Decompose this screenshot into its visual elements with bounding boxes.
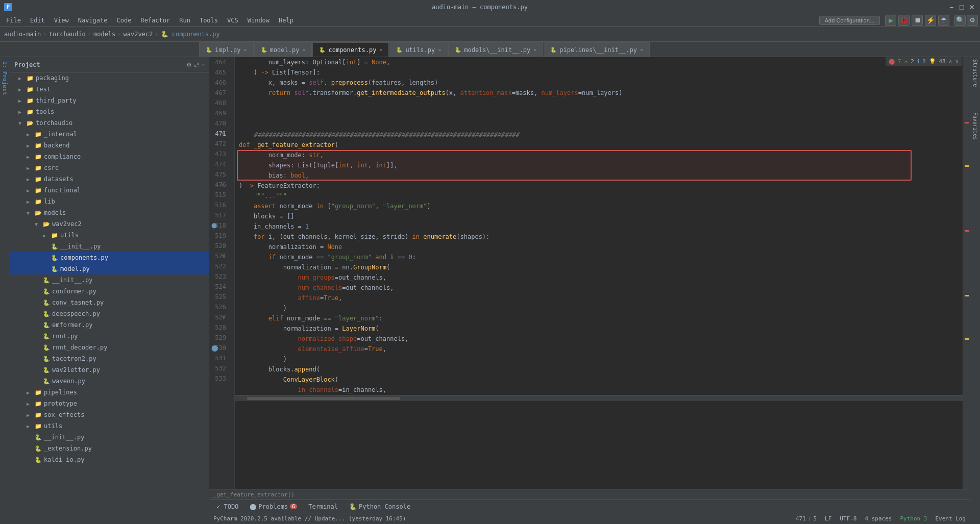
- code-line-522[interactable]: num_groups=out_channels,: [235, 272, 963, 283]
- menu-view[interactable]: View: [50, 16, 73, 25]
- menu-file[interactable]: File: [2, 16, 25, 25]
- search-everywhere-button[interactable]: 🔍: [954, 15, 966, 26]
- code-line-466[interactable]: x, masks = self._preprocess(features, le…: [235, 78, 963, 88]
- project-expand-button[interactable]: ⇄: [194, 61, 199, 68]
- event-log[interactable]: Event Log: [935, 515, 966, 522]
- tree-item-emformer[interactable]: ▶ 🐍 emformer.py: [10, 319, 209, 331]
- encoding[interactable]: UTF-8: [840, 515, 856, 522]
- tree-item-internal[interactable]: ▶ 📁 _internal: [10, 129, 209, 140]
- breadcrumb-file[interactable]: 🐍 components.py: [161, 31, 220, 38]
- code-line-523[interactable]: num_channels=out_channels,: [235, 283, 963, 293]
- profile-button[interactable]: ⚡: [925, 15, 936, 26]
- code-line-530[interactable]: ): [235, 354, 963, 364]
- code-line-475[interactable]: ) -> FeatureExtractor:: [235, 181, 963, 191]
- breadcrumb-torchaudio[interactable]: torchaudio: [48, 31, 85, 38]
- tree-item-components-py[interactable]: ▶ 🐍 components.py: [10, 252, 209, 263]
- code-line-515[interactable]: assert norm_mode in ["group_norm", "laye…: [235, 201, 963, 211]
- tree-item-utils-nested[interactable]: ▶ 📁 utils: [10, 230, 209, 241]
- code-line-468[interactable]: [235, 98, 963, 108]
- code-line-476[interactable]: """...""": [235, 191, 963, 201]
- tree-item-lib[interactable]: ▶ 📁 lib: [10, 196, 209, 207]
- code-line-521[interactable]: normalization = nn.GroupNorm(: [235, 262, 963, 272]
- run-button[interactable]: ▶: [885, 15, 896, 26]
- menu-code[interactable]: Code: [113, 16, 136, 25]
- code-line-474[interactable]: bias: bool,: [235, 170, 963, 181]
- code-line-516[interactable]: blocks = []: [235, 211, 963, 221]
- tree-item-init-models[interactable]: ▶ 🐍 __init__.py: [10, 275, 209, 286]
- tree-item-pipelines[interactable]: ▶ 📁 pipelines: [10, 387, 209, 398]
- right-scroll-gutter[interactable]: [963, 57, 970, 489]
- debug-button[interactable]: 🐞: [898, 15, 910, 26]
- tree-item-wav2letter[interactable]: ▶ 🐍 wav2letter.py: [10, 364, 209, 376]
- project-toggle[interactable]: 1: Project: [1, 59, 9, 97]
- line-separator[interactable]: LF: [825, 515, 831, 522]
- menu-tools[interactable]: Tools: [195, 16, 222, 25]
- h-scroll-thumb[interactable]: [247, 397, 400, 400]
- menu-help[interactable]: Help: [275, 16, 298, 25]
- tree-item-extension[interactable]: ▶ 🐍 _extension.py: [10, 443, 209, 454]
- menu-window[interactable]: Window: [243, 16, 274, 25]
- tree-item-compliance[interactable]: ▶ 📁 compliance: [10, 151, 209, 162]
- code-line-517[interactable]: in_channels = 1: [235, 221, 963, 232]
- menu-refactor[interactable]: Refactor: [136, 16, 174, 25]
- code-line-528[interactable]: normalized_shape=out_channels,: [235, 334, 963, 344]
- code-line-531[interactable]: blocks.append(: [235, 364, 963, 375]
- tree-item-kaldi-io[interactable]: ▶ 🐍 kaldi_io.py: [10, 454, 209, 465]
- stop-button[interactable]: ⏹: [912, 15, 923, 26]
- maximize-button[interactable]: □: [958, 3, 966, 11]
- tree-item-sox-effects[interactable]: ▶ 📁 sox_effects: [10, 409, 209, 420]
- coverage-button[interactable]: ☂: [938, 15, 949, 26]
- code-line-467[interactable]: return self.transformer.get_intermediate…: [235, 88, 963, 98]
- tree-item-tools[interactable]: ▶ 📁 tools: [10, 106, 209, 117]
- tab-utils[interactable]: 🐍 utils.py ✕: [389, 42, 448, 57]
- menu-run[interactable]: Run: [175, 16, 194, 25]
- tab-models-init-close[interactable]: ✕: [533, 47, 536, 53]
- tree-item-init-wav2vec2[interactable]: ▶ 🐍 __init__.py: [10, 241, 209, 252]
- tree-item-rnnt[interactable]: ▶ 🐍 rnnt.py: [10, 331, 209, 342]
- tree-item-models[interactable]: ▼ 📂 models: [10, 207, 209, 218]
- menu-navigate[interactable]: Navigate: [74, 16, 112, 25]
- tab-models-init[interactable]: 🐍 models\__init__.py ✕: [448, 42, 543, 57]
- code-line-469[interactable]: [235, 108, 963, 118]
- code-line-470[interactable]: [235, 118, 963, 129]
- tab-model-close[interactable]: ✕: [302, 47, 305, 53]
- close-button[interactable]: ✕: [968, 3, 976, 11]
- tab-impl[interactable]: 🐍 impl.py ✕: [199, 42, 254, 57]
- menu-vcs[interactable]: VCS: [223, 16, 242, 25]
- tab-terminal[interactable]: Terminal: [303, 501, 343, 512]
- structure-toggle[interactable]: Structure: [971, 57, 979, 89]
- tree-item-torchaudio[interactable]: ▼ 📂 torchaudio: [10, 117, 209, 129]
- tree-item-test[interactable]: ▶ 📁 test: [10, 84, 209, 95]
- tab-impl-close[interactable]: ✕: [244, 47, 247, 53]
- code-line-524[interactable]: affine=True,: [235, 293, 963, 303]
- tree-item-packaging[interactable]: ▶ 📁 packaging: [10, 72, 209, 84]
- expand-button[interactable]: ∨: [955, 58, 959, 65]
- tab-problems[interactable]: ⬤ Problems 6: [244, 501, 302, 512]
- tree-item-utils-torchaudio[interactable]: ▶ 📁 utils: [10, 420, 209, 432]
- tree-item-deepspeech[interactable]: ▶ 🐍 deepspeech.py: [10, 308, 209, 319]
- code-line-472[interactable]: norm_mode: str,: [235, 150, 963, 160]
- tree-item-model-py[interactable]: ▶ 🐍 model.py: [10, 263, 209, 275]
- tree-item-init-torchaudio[interactable]: ▶ 🐍 __init__.py: [10, 432, 209, 443]
- add-configuration-button[interactable]: Add Configuration...: [819, 16, 880, 25]
- code-line-464[interactable]: num_layers: Optional[int] = None,: [235, 57, 963, 67]
- code-line-519[interactable]: normalization = None: [235, 242, 963, 252]
- tab-components[interactable]: 🐍 components.py ✕: [312, 42, 389, 57]
- minimize-button[interactable]: −: [947, 3, 955, 11]
- code-editor[interactable]: num_layers: Optional[int] = None, ) -> L…: [235, 57, 963, 489]
- code-line-471[interactable]: def _get_feature_extractor(: [235, 140, 963, 150]
- project-minimize-button[interactable]: −: [201, 61, 205, 68]
- code-line-520[interactable]: if norm_mode == "group_norm" and i == 0:: [235, 252, 963, 262]
- code-line-465[interactable]: ) -> List[Tensor]:: [235, 67, 963, 78]
- tab-pipelines-init-close[interactable]: ✕: [640, 47, 643, 53]
- code-line-525[interactable]: ): [235, 303, 963, 313]
- code-line-473[interactable]: shapes: List[Tuple[int, int, int]],: [235, 160, 963, 170]
- breadcrumb-root[interactable]: audio-main: [4, 31, 41, 38]
- horizontal-scrollbar[interactable]: [235, 395, 963, 401]
- code-line-533[interactable]: in_channels=in_channels,: [235, 385, 963, 395]
- code-line-sep[interactable]: ########################################…: [235, 130, 963, 140]
- tree-item-csrc[interactable]: ▶ 📁 csrc: [10, 162, 209, 173]
- code-line-518[interactable]: for i, (out_channels, kernel_size, strid…: [235, 232, 963, 242]
- tab-model[interactable]: 🐍 model.py ✕: [254, 42, 312, 57]
- tree-item-wav2vec2[interactable]: ▼ 📂 wav2vec2: [10, 218, 209, 230]
